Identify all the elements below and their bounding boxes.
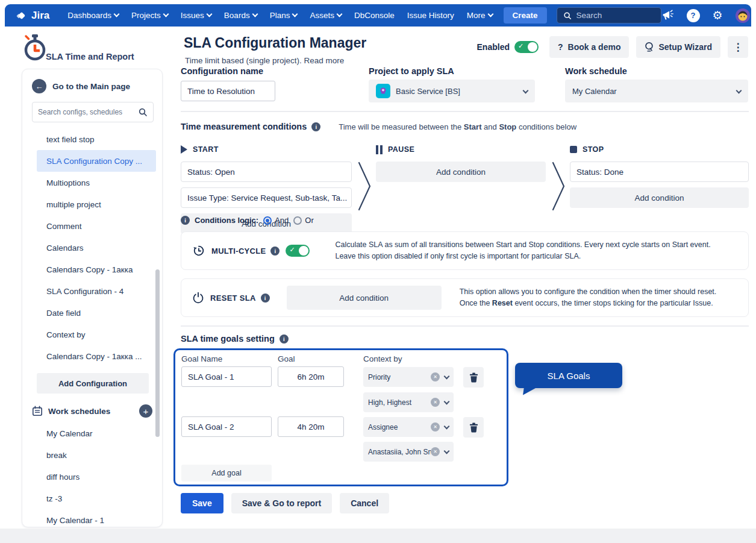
configs-search-input[interactable] <box>38 108 138 116</box>
project-value: Basic Service [BS] <box>396 87 460 96</box>
nav-item-more[interactable]: More <box>467 11 493 20</box>
sidebar-item-config-selected[interactable]: SLA Configuration Copy ... <box>37 150 156 172</box>
info-icon[interactable]: i <box>261 293 270 303</box>
nav-item-issues[interactable]: Issues <box>181 11 211 20</box>
sidebar-item-config[interactable]: Date field <box>22 302 162 324</box>
nav-item-plans[interactable]: Plans <box>270 11 298 20</box>
reset-sla-label: RESET SLA <box>210 293 256 303</box>
sidebar-item-schedule[interactable]: tz -3 <box>22 488 162 509</box>
info-icon[interactable]: i <box>181 216 190 225</box>
context-value-select[interactable]: Anastasiia, John Smit... ✕ <box>363 442 454 462</box>
delete-goal-button[interactable] <box>463 417 484 438</box>
start-condition[interactable]: Status: Open <box>181 162 352 182</box>
delete-goal-button[interactable] <box>463 367 484 388</box>
clear-icon[interactable]: ✕ <box>431 372 440 381</box>
setup-wizard-button[interactable]: Setup Wizard <box>636 36 720 58</box>
search-icon <box>138 107 148 117</box>
sidebar-item-config[interactable]: multiple project <box>22 193 162 215</box>
sidebar-item-schedule[interactable]: My Calendar <box>22 422 162 444</box>
chevron-down-icon <box>336 11 342 17</box>
gear-icon[interactable]: ⚙ <box>713 10 723 21</box>
more-options-button[interactable]: ⋮ <box>728 36 748 58</box>
chevron-down-icon <box>206 11 212 17</box>
nav-item-projects[interactable]: Projects <box>131 11 168 20</box>
multi-cycle-panel: MULTI-CYCLE i ✓ Calculate SLA as sum of … <box>181 231 749 270</box>
sidebar-item-config[interactable]: Multioptions <box>22 172 162 193</box>
nav-item-boards[interactable]: Boards <box>224 11 257 20</box>
pause-add-condition-button[interactable]: Add condition <box>376 162 546 182</box>
save-button[interactable]: Save <box>181 493 223 513</box>
sidebar-item-config[interactable]: SLA Configuration - 4 <box>22 280 162 302</box>
sidebar-item-schedule[interactable]: diff hours <box>22 466 162 488</box>
stop-add-condition-button[interactable]: Add condition <box>570 187 749 208</box>
user-avatar[interactable] <box>736 8 750 23</box>
nav-item-dbconsole[interactable]: DbConsole <box>354 11 395 20</box>
sidebar-item-config[interactable]: Context by <box>22 324 162 345</box>
multi-cycle-toggle[interactable]: ✓ <box>286 245 310 257</box>
sidebar-item-config[interactable]: Calendars Copy - 1акка ... <box>22 345 162 367</box>
stop-condition[interactable]: Status: Done <box>570 162 749 182</box>
logic-or-option[interactable]: Or <box>293 216 313 225</box>
configs-search[interactable] <box>32 102 154 122</box>
book-demo-button[interactable]: ? Book a demo <box>549 36 629 58</box>
sidebar-item-schedule[interactable]: My Calendar - 1 <box>22 509 162 527</box>
save-go-report-button[interactable]: Save & Go to report <box>231 493 332 513</box>
callout-label: SLA Goals <box>548 371 590 381</box>
logic-and-option[interactable]: And <box>263 216 289 225</box>
context-value-select[interactable]: High, Highest ✕ <box>363 392 454 412</box>
config-name-input[interactable] <box>181 81 275 101</box>
goal-value-input[interactable] <box>278 366 344 387</box>
search-input[interactable] <box>576 11 655 20</box>
reset-add-condition-button[interactable]: Add condition <box>287 286 442 310</box>
play-icon <box>181 145 187 154</box>
conditions-section-header: Time measurement conditions i Time will … <box>181 122 576 131</box>
chevron-down-icon <box>444 399 450 405</box>
clear-icon[interactable]: ✕ <box>431 447 440 456</box>
start-condition[interactable]: Issue Type: Service Request, Sub-task, T… <box>181 187 352 208</box>
back-to-main-link[interactable]: ← Go to the Main page <box>22 69 162 101</box>
cancel-button[interactable]: Cancel <box>340 493 389 513</box>
jira-logo[interactable]: Jira <box>16 10 49 22</box>
goals-table: Goal Name Goal Context by Priority ✕ Hig… <box>173 348 508 486</box>
global-search[interactable] <box>557 7 661 24</box>
create-button[interactable]: Create <box>504 7 547 24</box>
help-icon[interactable]: ? <box>687 9 700 22</box>
info-icon[interactable]: i <box>311 122 320 131</box>
goal-name-input[interactable] <box>181 416 272 437</box>
project-select[interactable]: Basic Service [BS] <box>369 80 535 102</box>
history-icon <box>192 244 205 257</box>
megaphone-icon[interactable] <box>661 9 674 22</box>
add-configuration-button[interactable]: Add Configuration <box>37 373 149 394</box>
avatar-face-icon <box>736 8 750 23</box>
goal-name-input[interactable] <box>181 366 272 387</box>
divider <box>181 111 749 112</box>
nav-item-assets[interactable]: Assets <box>310 11 342 20</box>
sidebar-item-config[interactable]: Calendars <box>22 237 162 259</box>
goal-header: Goal <box>278 354 295 363</box>
context-field-select[interactable]: Assignee ✕ <box>363 417 454 437</box>
schedule-value: My Calendar <box>572 87 617 96</box>
nav-item-dashboards[interactable]: Dashboards <box>67 11 119 20</box>
context-field-select[interactable]: Priority ✕ <box>363 367 454 387</box>
read-more-link[interactable]: Read more <box>304 56 345 65</box>
clear-icon[interactable]: ✕ <box>431 422 440 432</box>
goal-value-input[interactable] <box>278 416 344 437</box>
sidebar-item-schedule[interactable]: break <box>22 444 162 466</box>
sidebar-scrollbar[interactable] <box>155 269 160 437</box>
nav-item-issue-history[interactable]: Issue History <box>407 11 454 20</box>
add-schedule-button[interactable]: + <box>139 404 152 418</box>
chevron-down-icon <box>444 448 450 454</box>
lightbulb-icon <box>645 42 654 52</box>
sidebar-item-config[interactable]: Comment <box>22 215 162 237</box>
sidebar-item-config[interactable]: Calendars Copy - 1акка <box>22 259 162 280</box>
clear-icon[interactable]: ✕ <box>431 398 440 407</box>
schedule-select[interactable]: My Calendar <box>565 80 748 102</box>
info-icon[interactable]: i <box>270 246 280 256</box>
work-schedules-header: Work schedules + <box>22 402 162 422</box>
add-goal-button[interactable]: Add goal <box>181 465 272 482</box>
enabled-toggle[interactable]: ✓ <box>514 41 539 53</box>
info-icon[interactable]: i <box>280 334 289 344</box>
sidebar-item-config[interactable]: text field stop <box>22 128 162 150</box>
chevron-down-icon <box>736 87 742 93</box>
footer-actions: Save Save & Go to report Cancel <box>181 493 389 513</box>
